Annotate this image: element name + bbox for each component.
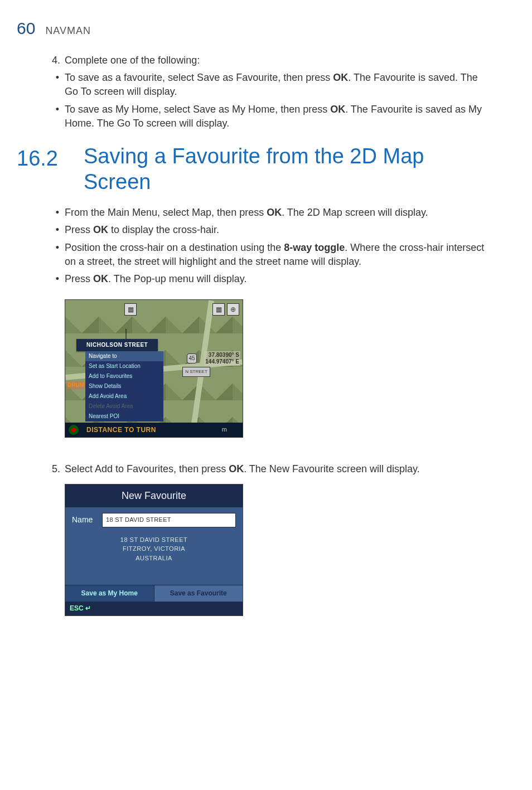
street-name-label: NICHOLSON STREET (76, 339, 158, 351)
step-4: 4. Complete one of the following: (50, 54, 493, 67)
step-number: 4. (50, 54, 65, 67)
bullet-pre: Press (65, 273, 93, 284)
map-bottom-bar: DISTANCE TO TURN m (65, 423, 243, 437)
bold-toggle: 8-way toggle (284, 242, 345, 253)
section-number: 16.2 (17, 144, 67, 173)
section-title: Saving a Favourite from the 2D Map Scree… (84, 144, 493, 195)
save-as-my-home-button[interactable]: Save as My Home (65, 585, 154, 602)
bullet-item: • To save as My Home, select Save as My … (50, 103, 493, 130)
popup-item-start-location[interactable]: Set as Start Location (85, 361, 163, 371)
bullet-dot: • (50, 103, 65, 130)
popup-item-show-details[interactable]: Show Details (85, 381, 163, 391)
coord-lon: 144.97407° E (205, 358, 239, 365)
bold-ok: OK (229, 463, 244, 474)
page-header: 60 NAVMAN (17, 17, 493, 40)
bullet-dot: • (50, 223, 65, 237)
speed-badge: 45 (187, 353, 197, 364)
section-bullets: • From the Main Menu, select Map, then p… (50, 206, 493, 286)
popup-item-add-favourites[interactable]: Add to Favourites (85, 371, 163, 381)
bullet-dot: • (50, 206, 65, 220)
building-icon: ▦ (124, 303, 137, 316)
map-popup-menu: Navigate to Set as Start Location Add to… (85, 351, 163, 421)
bullet-dot: • (50, 241, 65, 269)
address-line-1: 18 ST DAVID STREET (72, 535, 236, 545)
step-5: 5. Select Add to Favourites, then press … (50, 462, 493, 476)
bullet-item: • To save as a favourite, select Save as… (50, 71, 493, 99)
bullet-item: • From the Main Menu, select Map, then p… (50, 206, 493, 220)
bullet-item: • Press OK to display the cross-hair. (50, 223, 493, 237)
step-text: Complete one of the following: (65, 54, 200, 67)
new-favourite-title: New Favourite (65, 484, 243, 507)
popup-item-delete-avoid: Delete Avoid Area (85, 401, 163, 411)
address-display: 18 ST DAVID STREET FITZROY, VICTORIA AUS… (72, 535, 236, 563)
page-number: 60 (17, 17, 35, 40)
compass-lock-icon: ⊕ (227, 303, 239, 316)
section-heading: 16.2 Saving a Favourite from the 2D Map … (50, 144, 493, 195)
bullet-pre: Position the cross-hair on a destination… (65, 242, 284, 253)
name-label: Name (72, 515, 99, 526)
bullet-post: . The Pop-up menu will display. (108, 273, 246, 284)
compass-icon (69, 425, 79, 435)
bold-ok: OK (330, 104, 345, 115)
building-icon: ▦ (212, 303, 225, 316)
brand-label: NAVMAN (45, 24, 91, 38)
bullet-post: to display the cross-hair. (108, 224, 219, 235)
name-input[interactable]: 18 ST DAVID STREET (102, 513, 236, 527)
coordinates-label: 37.80390° S 144.97407° E (204, 351, 240, 366)
address-line-3: AUSTRALIA (72, 554, 236, 563)
bullet-text-a: To save as My Home, select Save as My Ho… (65, 104, 330, 115)
bullet-item: • Press OK. The Pop-up menu will display… (50, 272, 493, 286)
bold-ok: OK (93, 273, 108, 284)
step-text-post: . The New Favourite screen will display. (244, 463, 419, 474)
popup-item-navigate[interactable]: Navigate to (85, 351, 163, 361)
popup-item-nearest-poi[interactable]: Nearest POI (85, 411, 163, 421)
bullet-pre: Press (65, 224, 93, 235)
distance-to-turn-label: DISTANCE TO TURN (86, 425, 156, 435)
save-as-favourite-button[interactable]: Save as Favourite (154, 585, 243, 602)
step-4-bullets: • To save as a favourite, select Save as… (50, 71, 493, 130)
bullet-text-a: To save as a favourite, select Save as F… (65, 72, 333, 83)
bold-ok: OK (333, 72, 348, 83)
bullet-item: • Position the cross-hair on a destinati… (50, 241, 493, 269)
popup-item-add-avoid[interactable]: Add Avoid Area (85, 391, 163, 401)
bullet-dot: • (50, 272, 65, 286)
street-badge: N STREET (182, 367, 210, 377)
map-toolbar-right: ▦ ⊕ (212, 303, 239, 316)
esc-label[interactable]: ESC ↵ (65, 602, 243, 615)
bold-ok: OK (93, 224, 108, 235)
map-screenshot: ▦ ▦ ⊕ NICHOLSON STREET 37.80390° S 144.9… (65, 299, 243, 438)
distance-unit: m (222, 425, 227, 434)
map-toolbar-left: ▦ (124, 303, 137, 316)
coord-lat: 37.80390° S (205, 352, 239, 358)
map-side-label: DRUM (66, 381, 85, 389)
step-text-pre: Select Add to Favourites, then press (65, 463, 229, 474)
new-favourite-screenshot: New Favourite Name 18 ST DAVID STREET 18… (65, 484, 243, 616)
step-number: 5. (50, 462, 65, 476)
bullet-dot: • (50, 71, 65, 99)
bold-ok: OK (267, 207, 282, 218)
address-line-2: FITZROY, VICTORIA (72, 544, 236, 554)
bullet-pre: From the Main Menu, select Map, then pre… (65, 207, 267, 218)
bullet-post: . The 2D Map screen will display. (282, 207, 428, 218)
